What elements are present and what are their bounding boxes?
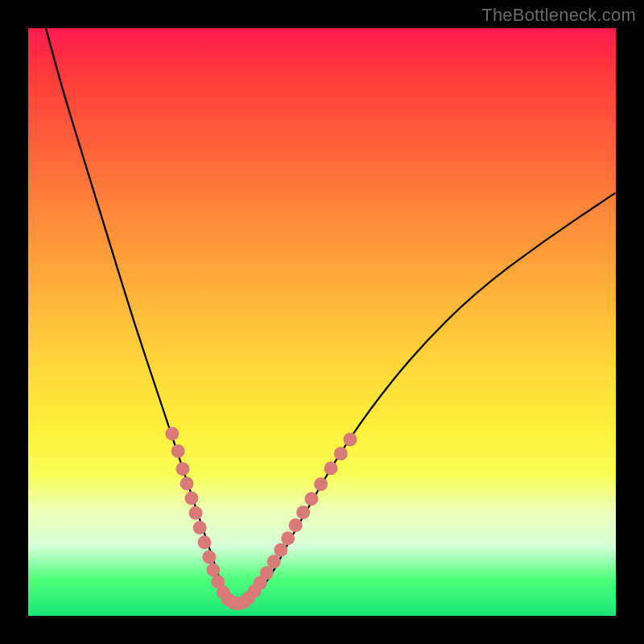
data-marker	[193, 521, 207, 535]
data-marker	[180, 477, 194, 490]
data-marker	[289, 518, 303, 532]
data-marker	[304, 492, 318, 506]
plot-area	[28, 28, 616, 616]
data-marker	[175, 462, 189, 476]
watermark-text: TheBottleneck.com	[481, 5, 636, 26]
data-marker	[344, 433, 357, 447]
data-marker	[198, 535, 212, 549]
bottleneck-curve	[46, 28, 616, 604]
data-marker	[206, 564, 220, 577]
data-marker	[281, 531, 295, 545]
data-marker	[171, 444, 185, 458]
data-marker	[267, 555, 281, 568]
data-marker	[314, 477, 328, 491]
data-marker	[202, 551, 216, 564]
data-marker	[184, 492, 198, 506]
chart-stage: TheBottleneck.com	[0, 0, 644, 644]
data-marker	[189, 506, 203, 520]
data-marker	[296, 506, 310, 519]
data-marker	[334, 447, 348, 460]
data-marker	[324, 461, 337, 475]
chart-svg	[28, 28, 616, 616]
data-marker	[165, 427, 179, 440]
data-marker	[274, 543, 287, 557]
marker-group	[165, 427, 357, 610]
